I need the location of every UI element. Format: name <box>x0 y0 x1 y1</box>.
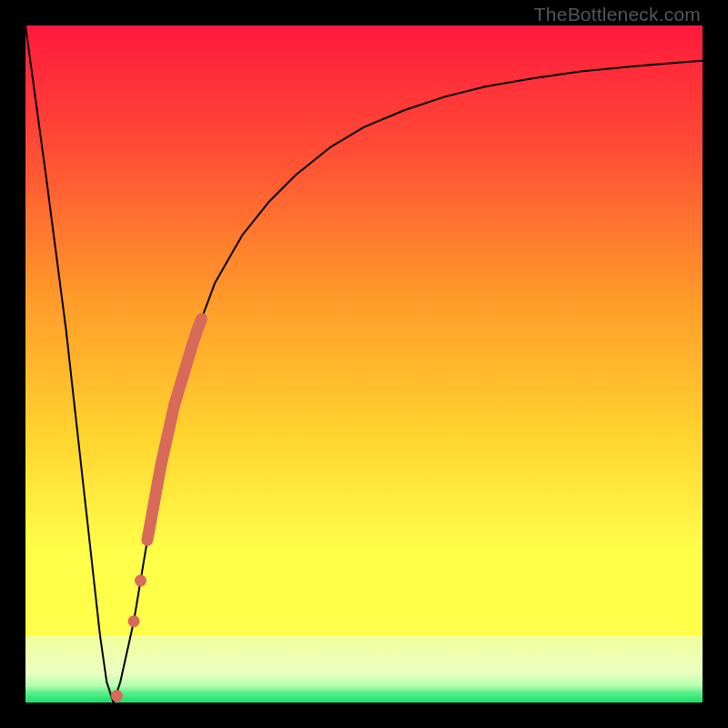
highlight-dot <box>135 575 147 587</box>
highlight-dot <box>128 615 140 627</box>
bottleneck-curve <box>25 25 703 703</box>
highlight-segment <box>147 318 202 540</box>
plot-area <box>25 25 703 703</box>
highlight-dot <box>111 690 123 702</box>
chart-frame: TheBottleneck.com <box>0 0 728 728</box>
curve-path <box>25 25 703 703</box>
watermark-text: TheBottleneck.com <box>534 4 701 25</box>
